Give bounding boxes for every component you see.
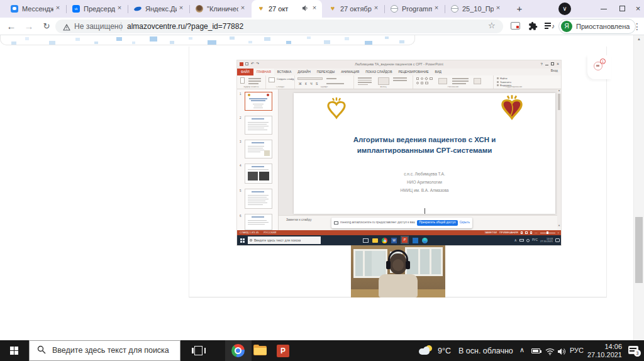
- browser-menu-icon[interactable]: ⋮: [631, 19, 643, 33]
- ppt-current-slide: Алгоритмы ведения пациентов с ХСН и импл…: [294, 93, 555, 214]
- chrome-taskbar-button[interactable]: [225, 340, 252, 361]
- powerpoint-taskbar-button[interactable]: P: [277, 345, 289, 357]
- page-floating-widget[interactable]: 1: [587, 55, 611, 79]
- tab-audio-icon[interactable]: [302, 5, 308, 13]
- slide-thumb-2: [245, 116, 272, 135]
- tray-date: 27.10.2021: [586, 351, 622, 359]
- tab-close-icon[interactable]: ×: [310, 4, 319, 13]
- slide-title-line2: имплантированными СРТ-системами: [294, 145, 555, 156]
- tab-close-icon[interactable]: ×: [372, 4, 380, 13]
- ppt-tab-design: ДИЗАЙН: [294, 70, 314, 74]
- ppt-scroll-down-icon: ▼: [557, 225, 561, 227]
- window-minimize-button[interactable]: [594, 0, 613, 18]
- view-reading-icon: [530, 231, 533, 234]
- webinar-video-shared-screen[interactable]: ↶ ↷ Любимцева ТА_ведение пациентов с СРТ…: [237, 60, 561, 245]
- thumb-number: 6: [240, 215, 242, 218]
- tab-label: Мессендже: [22, 6, 53, 13]
- tab-close-icon[interactable]: ×: [238, 4, 247, 13]
- weather-icon[interactable]: [419, 345, 434, 357]
- task-view-button[interactable]: [192, 345, 206, 356]
- scrollbar-thumb[interactable]: [635, 217, 643, 283]
- browser-toolbar: ← → ↻ Не защищено almazovcentre.ru/?page…: [0, 18, 644, 35]
- tab-messenger[interactable]: Мессендже ×: [5, 0, 65, 18]
- webcam-video-feed[interactable]: [351, 245, 445, 297]
- start-button[interactable]: [0, 340, 29, 361]
- tab-clinical[interactable]: "Клиническ ×: [190, 0, 250, 18]
- windows-taskbar: Введите здесь текст для поиска P 9°C В о…: [0, 340, 644, 361]
- weather-temp[interactable]: 9°C: [438, 347, 451, 355]
- status-language: РУССКИЙ: [264, 231, 276, 234]
- new-tab-button[interactable]: +: [513, 3, 526, 15]
- chrome-icon: [231, 344, 245, 357]
- inner-search-icon: [250, 239, 252, 242]
- reload-button[interactable]: ↻: [39, 19, 54, 34]
- tab-25-10[interactable]: 25_10_Пра ×: [445, 0, 506, 18]
- inner-edge-icon: [422, 238, 428, 243]
- inner-date: 27.10.2021: [540, 240, 553, 243]
- tab-vk[interactable]: vk Предсердн ×: [67, 0, 127, 18]
- tab-close-icon[interactable]: ×: [432, 4, 441, 13]
- avatar-icon: [196, 5, 203, 13]
- file-explorer-button[interactable]: [253, 345, 268, 357]
- weather-condition[interactable]: В осн. облачно: [458, 347, 513, 355]
- inner-chrome-icon: [382, 238, 387, 243]
- profile-chip[interactable]: Я Приостановлена: [558, 19, 636, 34]
- inner-explorer-icon: [372, 238, 378, 243]
- slide-title: Алгоритмы ведения пациентов с ХСН и импл…: [294, 135, 555, 156]
- tab-label: 25_10_Пра: [462, 6, 494, 13]
- battery-icon[interactable]: [531, 348, 540, 353]
- tab-27-oct-active[interactable]: ♥ 27 окт ×: [252, 0, 322, 18]
- tab-close-icon[interactable]: ×: [115, 4, 124, 13]
- taskbar-search-box[interactable]: Введите здесь текст для поиска: [29, 340, 180, 361]
- ppt-group-paragraph: Абзац: [354, 75, 413, 89]
- tab-label: Programm_: [402, 6, 432, 13]
- tab-close-icon[interactable]: ×: [494, 4, 502, 13]
- almazov-logo-gold-icon: [326, 97, 347, 124]
- person-shoulders: [379, 274, 418, 297]
- tab-yandex-disk[interactable]: Яндекс.Дис ×: [128, 0, 189, 18]
- extensions-puzzle-icon[interactable]: [528, 21, 538, 33]
- taskbar-search-icon: [37, 345, 46, 356]
- volume-icon[interactable]: [558, 347, 567, 357]
- tray-clock[interactable]: 14:06 27.10.2021: [586, 343, 622, 359]
- address-bar[interactable]: Не защищено almazovcentre.ru/?page_id=77…: [55, 19, 503, 33]
- playlist-extension-icon[interactable]: ♪: [545, 22, 554, 31]
- screenshot-extension-icon[interactable]: [511, 22, 520, 30]
- status-right: ЗАМЕТКИ ПРИМЕЧАНИЯ — +: [484, 230, 559, 235]
- tab-close-icon[interactable]: ×: [177, 4, 186, 13]
- ppt-status-bar: СЛАЙД 1 ИЗ 45 РУССКИЙ ЗАМЕТКИ ПРИМЕЧАНИЯ…: [237, 230, 561, 235]
- scrollbar-up-icon[interactable]: ▲: [634, 37, 644, 41]
- tray-chevron-icon[interactable]: ∧: [519, 347, 525, 353]
- ppt-scroll-up-icon: ▲: [557, 89, 561, 92]
- tab-label: 27 октябр: [340, 6, 372, 13]
- forward-button[interactable]: →: [21, 19, 36, 34]
- inner-lang: РУС: [532, 239, 538, 242]
- ppt-scroll-thumb: [558, 94, 560, 110]
- tab-search-button[interactable]: ∨: [558, 3, 571, 15]
- page-top-strip: [0, 35, 415, 45]
- bookmark-star-icon[interactable]: ☆: [488, 21, 496, 30]
- zoom-in-icon: +: [558, 231, 559, 234]
- window-close-button[interactable]: ×: [632, 0, 644, 18]
- not-secure-warning-icon: [63, 23, 70, 33]
- tab-27-october[interactable]: ♥ 27 октябр ×: [323, 0, 384, 18]
- inner-tray-chevron-icon: ∧: [514, 238, 517, 242]
- screen-share-banner: meeting.almazovcentre.ru предоставляет д…: [331, 218, 472, 228]
- action-center-button[interactable]: 3: [628, 345, 641, 357]
- view-sorter-icon: [525, 231, 528, 234]
- status-slide-info: СЛАЙД 1 ИЗ 45: [240, 231, 258, 234]
- window-maximize-button[interactable]: [613, 0, 632, 18]
- tab-close-icon[interactable]: ×: [53, 4, 62, 13]
- language-indicator[interactable]: РУС: [570, 347, 584, 354]
- back-button[interactable]: ←: [4, 19, 19, 34]
- ppt-ribbon-tab-row: ФАЙЛ ГЛАВНАЯ ВСТАВКА ДИЗАЙН ПЕРЕХОДЫ АНИ…: [237, 69, 561, 75]
- thumb-number: 2: [240, 117, 242, 120]
- wifi-icon[interactable]: [545, 347, 555, 357]
- tab-programm[interactable]: Programm_ ×: [385, 0, 444, 18]
- inner-powerpoint-button: P: [401, 236, 409, 244]
- ppt-tab-insert: ВСТАВКА: [274, 70, 294, 74]
- ppt-window-title: Любимцева ТА_ведение пациентов с СРТ - P…: [300, 63, 498, 67]
- page-scrollbar[interactable]: ▲: [633, 35, 644, 340]
- stop-sharing-button: Прекратить общий доступ: [417, 220, 457, 226]
- thumb-number: 3: [240, 141, 242, 144]
